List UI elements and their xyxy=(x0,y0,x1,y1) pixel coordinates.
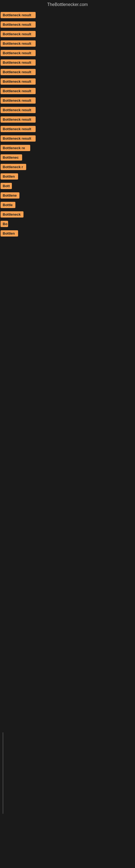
bottleneck-result-bar[interactable]: Bottleneck result xyxy=(1,12,36,18)
bottleneck-result-bar[interactable]: Bottlene xyxy=(1,192,19,198)
bottleneck-result-bar[interactable]: Bottleneck result xyxy=(1,97,36,104)
bottleneck-result-bar[interactable]: Bottleneck result xyxy=(1,59,36,66)
bottleneck-result-bar[interactable]: Bottleneck r xyxy=(1,164,26,170)
bottleneck-result-bar[interactable]: Bottleneck xyxy=(1,211,24,218)
list-item: Bottleneck r xyxy=(0,162,135,172)
bottleneck-result-bar[interactable]: Bottleneck re xyxy=(1,145,30,151)
bottleneck-result-bar[interactable]: Bottleneck result xyxy=(1,22,36,28)
bottleneck-result-bar[interactable]: Bottleneck result xyxy=(1,40,36,46)
bottleneck-result-bar[interactable]: Bottleneck result xyxy=(1,50,36,56)
list-item: Bottleneck result xyxy=(0,48,135,58)
list-item: Bottlenec xyxy=(0,153,135,162)
bottleneck-result-bar[interactable]: Bottleneck result xyxy=(1,135,36,142)
vertical-line xyxy=(3,733,3,814)
bottleneck-result-bar[interactable]: Bottleneck result xyxy=(1,126,36,132)
bottleneck-result-bar[interactable]: Bottleneck result xyxy=(1,116,36,123)
list-item: Bottleneck result xyxy=(0,115,135,124)
list-item: Bottleneck result xyxy=(0,10,135,20)
bottleneck-result-bar[interactable]: Bottleneck result xyxy=(1,31,36,37)
bottleneck-result-bar[interactable]: Bottleneck result xyxy=(1,88,36,94)
list-item: Bottleneck result xyxy=(0,86,135,96)
list-item: Bottleneck result xyxy=(0,29,135,39)
list-item: Bott xyxy=(0,181,135,191)
bottleneck-result-bar[interactable]: Bott xyxy=(1,183,12,189)
bottleneck-result-bar[interactable]: Bottlen xyxy=(1,230,18,237)
list-item: Bottlene xyxy=(0,191,135,200)
list-item: Bottleneck result xyxy=(0,96,135,105)
list-item: Bottleneck xyxy=(0,210,135,219)
list-item: Bottle xyxy=(0,200,135,210)
list-item: Bottleneck result xyxy=(0,134,135,143)
list-item: Bottleneck result xyxy=(0,67,135,77)
list-item: Bottleneck result xyxy=(0,77,135,86)
list-item: Bottleneck result xyxy=(0,39,135,48)
site-title: TheBottlenecker.com xyxy=(0,0,135,10)
bottleneck-result-bar[interactable]: Bottlenec xyxy=(1,154,22,161)
list-item: Bottlen xyxy=(0,172,135,181)
list-item: Bottleneck result xyxy=(0,20,135,29)
bottleneck-result-bar[interactable]: Bottleneck result xyxy=(1,69,36,75)
list-item: Bottleneck result xyxy=(0,124,135,134)
bottleneck-result-bar[interactable]: Bottleneck result xyxy=(1,79,36,85)
bottleneck-result-bar[interactable]: Bottle xyxy=(1,202,15,208)
bottleneck-result-bar[interactable]: Bottlen xyxy=(1,173,18,180)
list-item: Bottleneck result xyxy=(0,105,135,115)
bottleneck-result-bar[interactable]: Bo xyxy=(1,221,8,227)
list-item: Bottleneck result xyxy=(0,58,135,67)
list-item: Bottlen xyxy=(0,229,135,238)
list-item: Bottleneck re xyxy=(0,143,135,153)
bottleneck-result-bar[interactable]: Bottleneck result xyxy=(1,107,36,113)
list-item: Bo xyxy=(0,219,135,229)
